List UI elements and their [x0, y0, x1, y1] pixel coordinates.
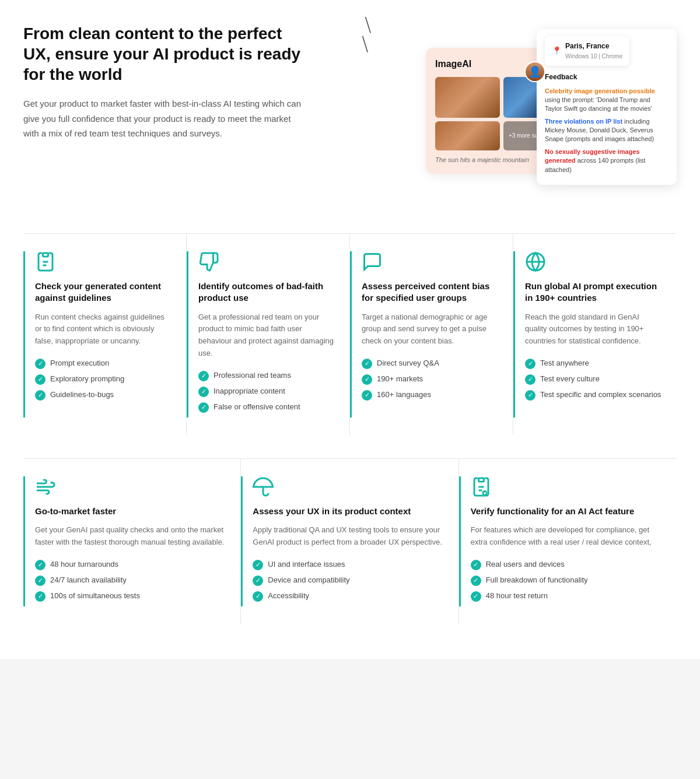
- list-item: ✓ 100s of simultaneous tests: [35, 591, 226, 602]
- feature-list-7: ✓ Real users and devices ✓ Full breakdow…: [471, 559, 663, 602]
- image-placeholder-3: [435, 121, 500, 150]
- list-item: ✓ False or offensive content: [198, 402, 335, 413]
- location-text: Paris, France Windows 10 | Chrome: [565, 41, 622, 61]
- feature-col-7: Verify functionality for an AI Act featu…: [459, 459, 677, 624]
- list-item: ✓ Guidelines-to-bugs: [35, 390, 172, 401]
- globe-icon: [525, 251, 546, 272]
- feature-title-2: Identify outcomes of bad-faith product u…: [198, 280, 335, 304]
- features-grid-row1: Check your generated content against gui…: [23, 233, 677, 435]
- feedback-card: 📍 Paris, France Windows 10 | Chrome Feed…: [537, 29, 677, 185]
- check-icon: ✓: [35, 374, 46, 385]
- check-icon: ✓: [35, 390, 46, 401]
- page-wrapper: From clean content to the perfect UX, en…: [0, 0, 700, 659]
- feature-desc-4: Reach the gold standard in GenAI quality…: [525, 311, 663, 348]
- list-item-label: Prompt execution: [50, 358, 109, 369]
- feature-list-2: ✓ Professional red teams ✓ Inappropriate…: [198, 370, 335, 413]
- list-item: ✓ 24/7 launch availability: [35, 575, 226, 586]
- feature-col-1: Check your generated content against gui…: [23, 234, 187, 435]
- avatar: 👤: [524, 61, 545, 82]
- check-icon: ✓: [253, 560, 263, 570]
- check-icon: ✓: [253, 576, 263, 586]
- feature-list-1: ✓ Prompt execution ✓ Exploratory prompti…: [35, 358, 172, 401]
- check-icon: ✓: [362, 359, 372, 369]
- list-item: ✓ Direct survey Q&A: [362, 358, 499, 369]
- list-item-label: UI and interface issues: [268, 559, 345, 570]
- feedback-highlight-2: Three violations on IP list: [545, 118, 622, 125]
- hero-description: Get your product to market faster with b…: [23, 96, 303, 141]
- feature-title-7: Verify functionality for an AI Act featu…: [471, 506, 663, 517]
- feature-col-4: Run global AI prompt execution in 190+ c…: [513, 234, 677, 435]
- feature-desc-7: For features which are developed for com…: [471, 524, 663, 549]
- list-item-label: 160+ languages: [377, 390, 431, 400]
- list-item-label: Exploratory prompting: [50, 374, 124, 384]
- image-placeholder-1: [435, 77, 500, 118]
- svg-rect-3: [478, 478, 484, 482]
- list-item: ✓ Accessibility: [253, 591, 444, 602]
- list-item-label: 100s of simultaneous tests: [50, 591, 140, 601]
- feature-desc-3: Target a national demographic or age gro…: [362, 311, 499, 348]
- features-grid-row2: Go-to-market faster Get your GenAI past …: [23, 458, 677, 624]
- check-icon: ✓: [35, 591, 46, 602]
- list-item: ✓ 160+ languages: [362, 390, 499, 401]
- location-badge: 📍 Paris, France Windows 10 | Chrome: [545, 36, 629, 66]
- list-item: ✓ 48 hour turnarounds: [35, 559, 226, 570]
- feature-list-4: ✓ Test anywhere ✓ Test every culture ✓ T…: [525, 358, 663, 401]
- list-item-label: Test every culture: [540, 374, 600, 384]
- hero-title: From clean content to the perfect UX, en…: [23, 23, 303, 85]
- chat-icon: [362, 251, 383, 272]
- check-icon: ✓: [362, 390, 372, 401]
- check-icon: ✓: [471, 560, 481, 570]
- location-device: Windows 10 | Chrome: [565, 53, 622, 59]
- list-item: ✓ 190+ markets: [362, 374, 499, 385]
- list-item: ✓ Test specific and complex scenarios: [525, 390, 663, 401]
- feature-col-5: Go-to-market faster Get your GenAI past …: [23, 459, 241, 624]
- hero-visual: ╲╲ ✳ ImageAI +3 more suggestions The sun…: [327, 23, 677, 198]
- list-item: ✓ Inappropriate content: [198, 386, 335, 397]
- list-item-label: False or offensive content: [214, 402, 300, 412]
- check-icon: ✓: [525, 359, 536, 369]
- feature-title-3: Assess perceived content bias for specif…: [362, 280, 499, 304]
- hero-section: From clean content to the perfect UX, en…: [23, 23, 677, 198]
- thumbdown-icon: [198, 251, 219, 272]
- list-item-label: Accessibility: [268, 591, 309, 601]
- list-item: ✓ Real users and devices: [471, 559, 663, 570]
- list-item: ✓ 48 hour test return: [471, 591, 663, 602]
- feature-desc-1: Run content checks against guidelines or…: [35, 311, 172, 348]
- check-icon: ✓: [35, 576, 46, 586]
- list-item-label: Full breakdown of functionality: [486, 575, 588, 585]
- location-dot-icon: 📍: [552, 45, 562, 57]
- list-item-label: Professional red teams: [214, 370, 291, 381]
- feature-title-4: Run global AI prompt execution in 190+ c…: [525, 280, 663, 304]
- list-item: ✓ Full breakdown of functionality: [471, 575, 663, 586]
- feature-desc-5: Get your GenAI past quality checks and o…: [35, 524, 226, 549]
- list-item-label: 190+ markets: [377, 374, 423, 384]
- feature-title-1: Check your generated content against gui…: [35, 280, 172, 304]
- list-item-label: Test specific and complex scenarios: [540, 390, 661, 400]
- list-item-label: 48 hour turnarounds: [50, 559, 118, 570]
- check-icon: ✓: [253, 591, 263, 602]
- feature-list-6: ✓ UI and interface issues ✓ Device and c…: [253, 559, 444, 602]
- list-item-label: 24/7 launch availability: [50, 575, 127, 585]
- list-item-label: Test anywhere: [540, 358, 589, 369]
- check-icon: ✓: [198, 387, 209, 397]
- feedback-highlight-3: No sexually suggestive images generated: [545, 148, 640, 164]
- clipboard2-icon: [471, 476, 492, 497]
- list-item-label: Direct survey Q&A: [377, 358, 439, 369]
- feedback-item-2: Three violations on IP list including Mi…: [545, 117, 668, 144]
- feedback-highlight-1: Celebrity image generation possible: [545, 87, 655, 94]
- location-city: Paris, France: [565, 41, 622, 51]
- feature-col-2: Identify outcomes of bad-faith product u…: [187, 234, 350, 435]
- umbrella-icon: [253, 476, 274, 497]
- feature-title-6: Assess your UX in its product context: [253, 506, 444, 517]
- list-item-label: 48 hour test return: [486, 591, 548, 601]
- feedback-item-1: Celebrity image generation possible usin…: [545, 87, 668, 114]
- feature-title-5: Go-to-market faster: [35, 506, 226, 517]
- list-item: ✓ Professional red teams: [198, 370, 335, 381]
- list-item-label: Guidelines-to-bugs: [50, 390, 114, 400]
- avatar-inner: 👤: [526, 62, 544, 81]
- check-icon: ✓: [35, 560, 46, 570]
- feature-desc-2: Get a professional red team on your prod…: [198, 311, 335, 360]
- list-item-label: Device and compatibility: [268, 575, 349, 585]
- check-icon: ✓: [525, 390, 536, 401]
- feature-desc-6: Apply traditional QA and UX testing tool…: [253, 524, 444, 549]
